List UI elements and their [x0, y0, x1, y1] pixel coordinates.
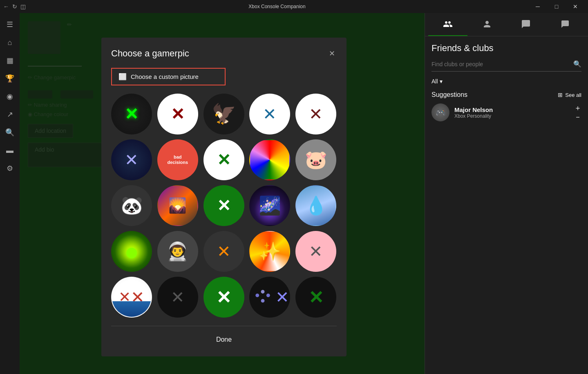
gamerpic-item[interactable]	[203, 277, 244, 318]
dialog-header: Choose a gamerpic ✕	[111, 47, 337, 60]
titlebar: ← ↻ ◫ Xbox Console Companion ─ □ ✕	[0, 0, 588, 13]
sidebar-item-search[interactable]: 🔍	[2, 124, 18, 141]
suggestions-header: Suggestions ⊞ See all	[431, 91, 581, 99]
gamerpic-item[interactable]	[157, 277, 198, 318]
filter-all-button[interactable]: All ▾	[431, 78, 443, 85]
gamerpic-item[interactable]	[111, 139, 152, 180]
gamerpic-grid: baddecisions ✕	[111, 94, 337, 318]
search-input[interactable]	[431, 61, 573, 67]
suggestion-info: Major Nelson Xbox Personality	[454, 106, 569, 119]
suggestion-item: 🎮 Major Nelson Xbox Personality ＋ －	[431, 103, 581, 121]
sidebar-item-settings[interactable]: ⚙	[2, 160, 18, 177]
dialog-title: Choose a gamerpic	[111, 48, 189, 59]
sidebar-item-menu[interactable]: ☰	[2, 16, 18, 33]
right-content: Friends & clubs 🔍 All ▾ Suggestions ⊞ Se…	[425, 36, 588, 374]
gamerpic-item[interactable]	[157, 231, 198, 272]
gamerpic-item[interactable]	[111, 94, 152, 134]
gamerpic-item[interactable]	[249, 231, 290, 272]
suggestion-avatar: 🎮	[431, 103, 449, 121]
choose-custom-picture-button[interactable]: ⬜ Choose a custom picture	[111, 68, 226, 85]
gamerpic-item[interactable]	[203, 231, 244, 272]
sidebar-item-lfg[interactable]: ↗	[2, 106, 18, 123]
search-icon: 🔍	[573, 60, 581, 68]
capture-icon[interactable]: ◫	[20, 3, 26, 10]
maximize-button[interactable]: □	[547, 0, 566, 13]
tab-friends[interactable]	[428, 13, 467, 36]
sidebar-item-home[interactable]: ⌂	[2, 34, 18, 51]
grid-icon: ⊞	[558, 92, 563, 98]
gamerpic-item[interactable]	[157, 185, 198, 226]
left-sidebar: ☰ ⌂ ▦ 🏆 ◉ ↗ 🔍 ▬ ⚙	[0, 13, 20, 374]
gamerpic-item[interactable]	[249, 277, 290, 318]
picture-icon: ⬜	[118, 73, 127, 81]
gamerpic-item[interactable]	[249, 185, 290, 226]
svg-point-1	[261, 290, 265, 293]
back-icon[interactable]: ←	[3, 3, 9, 10]
see-all-button[interactable]: ⊞ See all	[558, 92, 581, 98]
gamerpic-item[interactable]	[111, 185, 152, 226]
suggestion-name: Major Nelson	[454, 106, 569, 113]
titlebar-left: ← ↻ ◫	[3, 3, 26, 10]
gamerpic-item[interactable]	[295, 277, 336, 318]
suggestion-subtitle: Xbox Personality	[454, 113, 569, 119]
refresh-icon[interactable]: ↻	[12, 3, 17, 10]
svg-point-0	[256, 293, 259, 297]
content-area: ✏ —————— ✏ Change gamerpic ✏ Name sharin…	[20, 13, 425, 374]
gamerpic-item[interactable]: baddecisions	[157, 139, 198, 180]
chevron-down-icon: ▾	[440, 78, 443, 85]
main-layout: ☰ ⌂ ▦ 🏆 ◉ ↗ 🔍 ▬ ⚙ ✏ —————— ✏ Change game…	[0, 13, 588, 374]
right-tabs	[425, 13, 588, 36]
custom-picture-label: Choose a custom picture	[131, 73, 199, 80]
gamerpic-item[interactable]	[203, 185, 244, 226]
suggestion-actions: ＋ －	[574, 104, 581, 121]
gamerpic-item[interactable]	[111, 231, 152, 272]
done-button[interactable]: Done	[203, 333, 245, 347]
friends-clubs-title: Friends & clubs	[431, 43, 581, 54]
sidebar-item-gamehubs[interactable]: ◉	[2, 88, 18, 105]
gamerpic-item[interactable]	[295, 185, 336, 226]
app-title: Xbox Console Companion	[248, 4, 305, 9]
minimize-button[interactable]: ─	[528, 0, 547, 13]
sidebar-item-achievements[interactable]: 🏆	[2, 70, 18, 87]
gamerpic-dialog: Choose a gamerpic ✕ ⬜ Choose a custom pi…	[101, 38, 347, 356]
gamerpic-item[interactable]	[157, 94, 198, 134]
window-controls: ─ □ ✕	[528, 0, 585, 13]
search-bar: 🔍	[431, 60, 581, 72]
right-panel: Friends & clubs 🔍 All ▾ Suggestions ⊞ Se…	[425, 13, 588, 374]
gamerpic-item[interactable]	[295, 94, 336, 134]
tab-chat[interactable]	[546, 13, 585, 36]
sidebar-item-feed[interactable]: ▦	[2, 52, 18, 69]
remove-suggestion-button[interactable]: －	[574, 113, 581, 121]
svg-point-3	[261, 299, 265, 302]
suggestions-title: Suggestions	[431, 91, 467, 99]
close-button[interactable]: ✕	[566, 0, 585, 13]
gamerpic-item[interactable]	[295, 139, 336, 180]
done-area: Done	[111, 326, 337, 347]
gamerpic-item[interactable]	[203, 94, 244, 134]
svg-point-2	[266, 293, 270, 297]
add-friend-button[interactable]: ＋	[574, 104, 581, 112]
tab-messages[interactable]	[507, 13, 546, 36]
dialog-close-button[interactable]: ✕	[327, 47, 337, 60]
gamerpic-item[interactable]	[249, 94, 290, 134]
filter-row: All ▾	[431, 78, 581, 85]
gamerpic-item[interactable]	[295, 231, 336, 272]
sidebar-item-messages[interactable]: ▬	[2, 142, 18, 159]
tab-clubs[interactable]	[467, 13, 507, 36]
gamerpic-item[interactable]	[203, 139, 244, 180]
gamerpic-item[interactable]: ✕	[111, 277, 152, 318]
gamerpic-item[interactable]	[249, 139, 290, 180]
